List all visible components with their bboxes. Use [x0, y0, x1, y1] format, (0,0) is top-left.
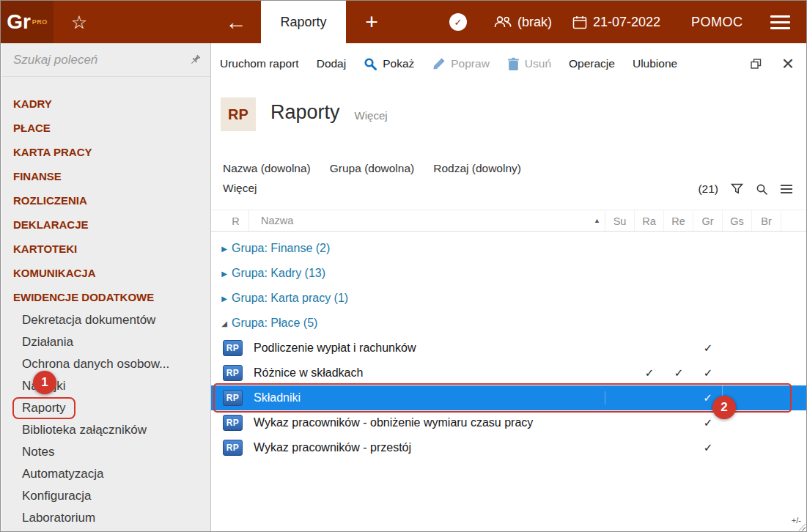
toolbar-label: Dodaj [317, 57, 347, 70]
toolbar-label: Ulubione [633, 57, 677, 70]
pencil-icon [432, 57, 446, 71]
sidebar-section-place[interactable]: PŁACE [1, 116, 210, 140]
sidebar-item-biblioteka-zalacznikow[interactable]: Biblioteka załączników [1, 419, 210, 441]
check-cell-gr: ✓ [693, 435, 723, 460]
toolbar-usun-button[interactable]: Usuń [507, 57, 551, 71]
report-name: Wykaz pracowników - obniżenie wymiaru cz… [243, 416, 605, 429]
logo-text: Gr [7, 12, 31, 32]
list-menu-icon[interactable] [781, 185, 792, 193]
pin-icon[interactable] [188, 53, 202, 67]
sidebar-section-ewidencje-dodatkowe[interactable]: EWIDENCJE DODATKOWE [1, 285, 210, 309]
main-panel: Uruchom raport Dodaj Pokaż Popraw [211, 43, 807, 532]
report-toolbar: Uruchom raport Dodaj Pokaż Popraw [211, 43, 807, 84]
sidebar-section-rozliczenia[interactable]: ROZLICZENIA [1, 188, 210, 213]
column-header-nazwa[interactable]: Nazwa ▲ [249, 210, 605, 231]
user-label: (brak) [517, 15, 552, 30]
report-name: Składniki [243, 391, 605, 404]
toolbar-uruchom-raport-button[interactable]: Uruchom raport [220, 57, 299, 70]
sidebar-item-dzialania[interactable]: Działania [1, 331, 210, 353]
expand-collapsed-icon[interactable]: ▶ [218, 270, 230, 278]
column-header-re[interactable]: Re [664, 210, 693, 231]
page-title: Raporty [270, 101, 340, 124]
filter-grupa[interactable]: Grupa (dowolna) [330, 162, 414, 175]
logo-pro-badge: PRO [32, 18, 48, 26]
toolbar-popraw-button[interactable]: Popraw [432, 57, 490, 71]
toolbar-label: Popraw [451, 57, 490, 70]
report-type-badge: RP [223, 340, 243, 356]
toolbar-dodaj-button[interactable]: Dodaj [317, 57, 347, 70]
back-arrow-icon[interactable]: ← [219, 1, 253, 43]
sidebar-menu: KADRY PŁACE KARTA PRACY FINANSE ROZLICZE… [1, 77, 210, 529]
expand-collapsed-icon[interactable]: ▶ [218, 245, 230, 253]
report-row-podliczenie[interactable]: RP Podliczenie wypłat i rachunków ✓ [211, 336, 807, 361]
sidebar-section-komunikacja[interactable]: KOMUNIKACJA [1, 261, 210, 285]
resize-grip[interactable] [797, 522, 806, 531]
group-label: Grupa: Finanse (2) [232, 242, 330, 255]
toolbar-pokaz-button[interactable]: Pokaż [364, 57, 414, 71]
tab-raporty[interactable]: Raporty [261, 1, 346, 43]
sidebar-item-notes[interactable]: Notes [1, 441, 210, 463]
report-type-badge: RP [223, 365, 243, 381]
column-header-gr[interactable]: Gr [693, 210, 723, 231]
sidebar-section-kartoteki[interactable]: KARTOTEKI [1, 237, 210, 261]
column-header-su[interactable]: Su [605, 210, 635, 231]
search-icon [364, 57, 377, 71]
report-row-roznice[interactable]: RP Różnice w składkach ✓ ✓ ✓ [211, 361, 807, 385]
sidebar-section-kadry[interactable]: KADRY [1, 92, 210, 116]
toolbar-ulubione-button[interactable]: Ulubione [633, 57, 677, 70]
app-logo[interactable]: GrPRO [1, 1, 54, 43]
filter-funnel-icon[interactable] [731, 183, 743, 195]
help-menu[interactable]: POMOC [691, 1, 743, 43]
close-icon[interactable]: × [782, 53, 794, 74]
toolbar-label: Usuń [525, 57, 551, 70]
toolbar-operacje-button[interactable]: Operacje [569, 57, 615, 70]
sidebar-item-raporty[interactable]: Raporty [1, 397, 210, 419]
column-header-ra[interactable]: Ra [635, 210, 664, 231]
favorites-star-icon[interactable]: ☆ [65, 1, 93, 43]
command-search [1, 43, 210, 77]
report-type-badge: RP [223, 440, 243, 456]
report-row-wykaz-przestoj[interactable]: RP Wykaz pracowników - przestój ✓ [211, 435, 807, 460]
expand-collapsed-icon[interactable]: ▶ [218, 295, 230, 303]
topbar: GrPRO ☆ ← Raporty + ✓ (brak) 21-07-2 [1, 1, 806, 43]
sidebar-item-ochrona-danych[interactable]: Ochrona danych osobow... [1, 353, 210, 375]
status-check-icon[interactable]: ✓ [449, 13, 467, 31]
date-indicator[interactable]: 21-07-2022 [572, 1, 660, 43]
check-cell-gr: ✓ [693, 361, 723, 385]
sidebar-section-deklaracje[interactable]: DEKLARACJE [1, 213, 210, 237]
search-input[interactable] [13, 53, 188, 67]
report-list: ▶ Grupa: Finanse (2) ▶ Grupa: Kadry (13)… [211, 236, 807, 460]
date-label: 21-07-2022 [593, 15, 660, 30]
sidebar-section-finanse[interactable]: FINANSE [1, 164, 210, 188]
column-header-br[interactable]: Br [752, 210, 781, 231]
sidebar-item-laboratorium[interactable]: Laboratorium [1, 507, 210, 529]
group-row-kadry[interactable]: ▶ Grupa: Kadry (13) [211, 261, 807, 286]
user-indicator[interactable]: (brak) [493, 1, 552, 43]
group-label: Grupa: Płace (5) [232, 317, 317, 330]
toolbar-label: Pokaż [383, 57, 414, 70]
new-tab-button[interactable]: + [355, 1, 388, 43]
sort-ascending-icon[interactable]: ▲ [594, 217, 600, 224]
group-row-karta-pracy[interactable]: ▶ Grupa: Karta pracy (1) [211, 286, 807, 311]
sidebar-item-automatyzacja[interactable]: Automatyzacja [1, 463, 210, 485]
tab-label: Raporty [280, 15, 326, 30]
table-header: R Nazwa ▲ Su Ra Re Gr Gs Br [211, 210, 807, 232]
result-count: (21) [698, 182, 718, 196]
trash-icon [507, 57, 520, 71]
sidebar-item-dekretacja-dokumentow[interactable]: Dekretacja dokumentów [1, 309, 210, 331]
filter-more-link[interactable]: Więcej [223, 182, 257, 194]
expand-expanded-icon[interactable]: ◢ [218, 319, 230, 328]
group-row-finanse[interactable]: ▶ Grupa: Finanse (2) [211, 236, 807, 261]
group-row-place[interactable]: ◢ Grupa: Płace (5) [211, 311, 807, 336]
header-more-link[interactable]: Więcej [355, 109, 388, 122]
sidebar-section-karta-pracy[interactable]: KARTA PRACY [1, 140, 210, 164]
sidebar-item-konfiguracja[interactable]: Konfiguracja [1, 485, 210, 507]
restore-window-icon[interactable] [751, 59, 762, 69]
column-header-gs[interactable]: Gs [723, 210, 752, 231]
filter-rodzaj[interactable]: Rodzaj (dowolny) [433, 162, 521, 175]
check-cell-gr: ✓ [693, 336, 723, 361]
column-header-r[interactable]: R [223, 210, 249, 231]
search-icon[interactable] [756, 183, 768, 196]
hamburger-menu-icon[interactable] [766, 1, 794, 43]
filter-nazwa[interactable]: Nazwa (dowolna) [223, 162, 311, 175]
